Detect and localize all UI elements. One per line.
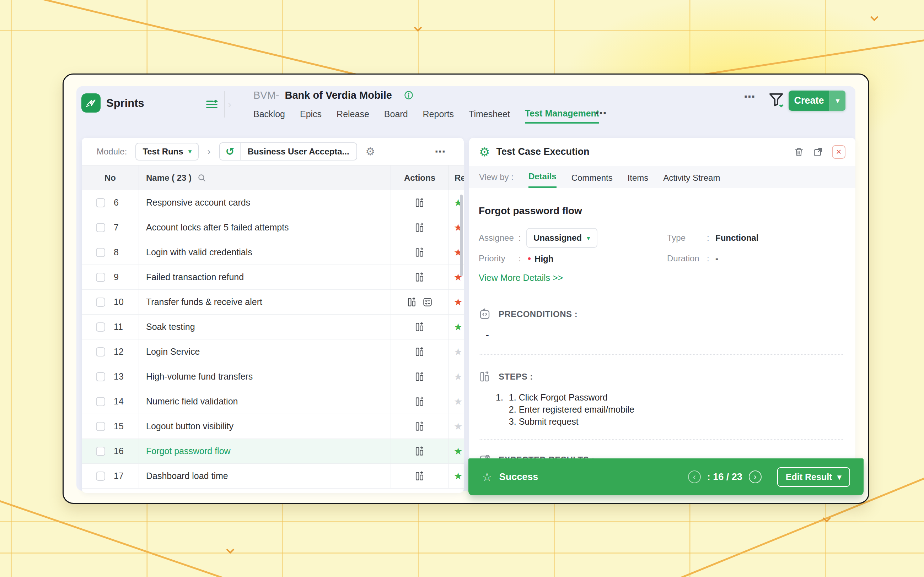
column-header-no[interactable]: No xyxy=(82,166,139,190)
table-row[interactable]: 12 Login Service ★ xyxy=(82,340,464,364)
run-test-icon[interactable] xyxy=(414,222,425,233)
delete-icon[interactable] xyxy=(793,147,804,157)
test-case-name[interactable]: Numeric field validation xyxy=(146,396,238,406)
run-test-icon[interactable] xyxy=(414,396,425,407)
test-case-name[interactable]: Logout button visibility xyxy=(146,421,234,432)
column-header-result[interactable]: Re xyxy=(449,166,464,190)
checklist-icon[interactable] xyxy=(422,297,433,308)
test-case-name[interactable]: Dashboard load time xyxy=(146,471,228,481)
tab-comments[interactable]: Comments xyxy=(572,173,613,188)
row-checkbox[interactable] xyxy=(96,223,105,232)
close-icon[interactable]: × xyxy=(832,145,845,159)
nav-tab-test-management[interactable]: Test Management xyxy=(525,108,599,124)
test-case-name[interactable]: Forgot password flow xyxy=(146,446,231,456)
filter-icon[interactable] xyxy=(768,91,784,109)
test-case-list-card: Module: Test Runs ▾ › ↺ Business User Ac… xyxy=(82,138,464,493)
run-test-icon[interactable] xyxy=(414,471,425,482)
table-row[interactable]: 10 Transfer funds & receive alert ★ xyxy=(82,290,464,314)
row-checkbox[interactable] xyxy=(96,447,105,456)
row-checkbox[interactable] xyxy=(96,273,105,282)
create-caret-icon[interactable]: ▾ xyxy=(830,90,845,111)
table-scrollbar[interactable] xyxy=(460,195,463,276)
table-row[interactable]: 8 Login with valid credentials ★ xyxy=(82,240,464,265)
table-row[interactable]: 7 Account locks after 5 failed attempts … xyxy=(82,215,464,240)
tab-items[interactable]: Items xyxy=(628,173,649,188)
prev-test-case-button[interactable]: ‹ xyxy=(688,471,701,483)
gear-icon[interactable]: ⚙ xyxy=(366,145,375,158)
step-item: 1. Click Forgot Password xyxy=(509,391,634,403)
star-outline-icon[interactable]: ☆ xyxy=(482,470,492,484)
next-test-case-button[interactable]: › xyxy=(749,471,762,483)
nav-tab-backlog[interactable]: Backlog xyxy=(254,109,285,123)
result-star-icon[interactable]: ★ xyxy=(454,371,462,382)
test-case-name[interactable]: Transfer funds & receive alert xyxy=(146,297,262,307)
module-select[interactable]: Test Runs ▾ xyxy=(136,143,199,161)
result-star-icon[interactable]: ★ xyxy=(454,396,462,407)
steps-list-marker: 1. xyxy=(496,391,503,427)
status-bar-controls: ‹ : 16 / 23 › Edit Result ▾ xyxy=(688,467,850,487)
row-checkbox[interactable] xyxy=(96,397,105,406)
run-test-icon[interactable] xyxy=(414,371,425,382)
test-case-name[interactable]: Login Service xyxy=(146,347,200,357)
nav-more-icon[interactable]: ⋯ xyxy=(595,106,607,120)
test-case-name[interactable]: Account locks after 5 failed attempts xyxy=(146,222,289,232)
module-more-icon[interactable]: ⋯ xyxy=(435,145,446,158)
run-test-icon[interactable] xyxy=(414,272,425,283)
test-case-name[interactable]: Responsive account cards xyxy=(146,197,250,208)
table-row[interactable]: 13 High-volume fund transfers ★ xyxy=(82,364,464,389)
nav-tab-release[interactable]: Release xyxy=(336,109,369,123)
edit-result-button[interactable]: Edit Result ▾ xyxy=(777,467,850,487)
table-row[interactable]: 16 Forgot password flow ★ xyxy=(82,439,464,464)
view-more-details-link[interactable]: View More Details >> xyxy=(479,273,563,283)
info-icon[interactable] xyxy=(404,90,414,100)
table-row[interactable]: 15 Logout button visibility ★ xyxy=(82,414,464,439)
tab-details[interactable]: Details xyxy=(528,171,557,188)
table-row[interactable]: 11 Soak testing ★ xyxy=(82,314,464,340)
row-checkbox[interactable] xyxy=(96,372,105,381)
run-test-icon[interactable] xyxy=(414,247,425,258)
test-case-name[interactable]: Failed transaction refund xyxy=(146,272,244,282)
result-star-icon[interactable]: ★ xyxy=(454,346,462,358)
column-header-name[interactable]: Name ( 23 ) xyxy=(146,173,192,183)
row-checkbox[interactable] xyxy=(96,472,105,481)
undo-icon[interactable]: ↺ xyxy=(220,143,241,160)
nav-tab-epics[interactable]: Epics xyxy=(300,109,321,123)
column-header-actions[interactable]: Actions xyxy=(391,166,449,190)
run-test-icon[interactable] xyxy=(414,446,425,457)
sprints-logo[interactable] xyxy=(81,93,100,113)
table-row[interactable]: 17 Dashboard load time ★ xyxy=(82,464,464,488)
header-more-icon[interactable]: ⋯ xyxy=(744,90,756,103)
backlog-list-icon[interactable] xyxy=(204,97,219,112)
row-checkbox[interactable] xyxy=(96,298,105,307)
test-case-name[interactable]: Soak testing xyxy=(146,322,195,332)
test-case-name[interactable]: High-volume fund transfers xyxy=(146,371,253,382)
run-test-icon[interactable] xyxy=(414,347,425,357)
nav-tab-reports[interactable]: Reports xyxy=(423,109,454,123)
run-test-icon[interactable] xyxy=(414,322,425,332)
nav-tab-board[interactable]: Board xyxy=(384,109,408,123)
table-row[interactable]: 6 Responsive account cards ★ xyxy=(82,190,464,215)
expand-icon[interactable] xyxy=(813,147,824,157)
row-checkbox[interactable] xyxy=(96,198,105,207)
result-star-icon[interactable]: ★ xyxy=(454,471,462,482)
tab-activity-stream[interactable]: Activity Stream xyxy=(663,173,720,188)
breadcrumb-item[interactable]: Business User Accepta... xyxy=(241,143,357,160)
search-icon[interactable] xyxy=(197,173,207,182)
row-checkbox[interactable] xyxy=(96,422,105,431)
run-test-icon[interactable] xyxy=(407,297,417,308)
result-star-icon[interactable]: ★ xyxy=(454,297,462,308)
result-star-icon[interactable]: ★ xyxy=(454,321,462,333)
result-star-icon[interactable]: ★ xyxy=(454,446,462,457)
run-test-icon[interactable] xyxy=(414,197,425,208)
run-test-icon[interactable] xyxy=(414,421,425,432)
create-button[interactable]: Create ▾ xyxy=(788,90,845,111)
result-star-icon[interactable]: ★ xyxy=(454,421,462,432)
table-row[interactable]: 9 Failed transaction refund ★ xyxy=(82,265,464,290)
test-case-name[interactable]: Login with valid credentials xyxy=(146,247,252,258)
assignee-select[interactable]: Unassigned ▾ xyxy=(526,228,598,248)
row-checkbox[interactable] xyxy=(96,347,105,356)
table-row[interactable]: 14 Numeric field validation ★ xyxy=(82,389,464,414)
row-checkbox[interactable] xyxy=(96,248,105,257)
nav-tab-timesheet[interactable]: Timesheet xyxy=(469,109,510,123)
row-checkbox[interactable] xyxy=(96,322,105,332)
